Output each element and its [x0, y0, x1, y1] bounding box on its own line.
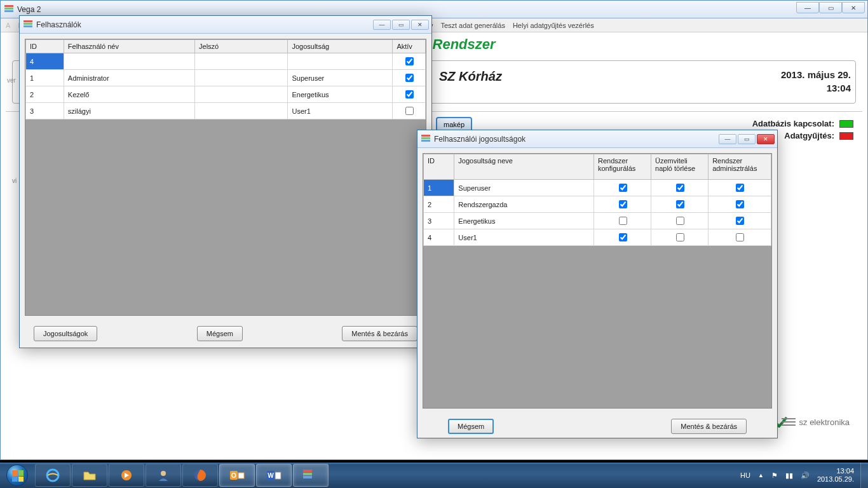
cell-pw[interactable]	[195, 103, 288, 119]
cell-pw[interactable]	[195, 86, 288, 103]
cell-name[interactable]: Administrator	[64, 70, 194, 86]
cell-active[interactable]	[393, 86, 426, 103]
maximize-button[interactable]: ▭	[819, 2, 842, 13]
active-checkbox[interactable]	[405, 90, 414, 98]
perm-checkbox[interactable]	[676, 233, 684, 241]
col-id[interactable]: ID	[26, 40, 64, 53]
taskbar-outlook[interactable]: O	[219, 464, 255, 487]
cell-active[interactable]	[393, 70, 426, 86]
cell-id[interactable]: 4	[26, 53, 64, 70]
cell-name[interactable]: Energetikus	[454, 213, 594, 229]
minimize-button[interactable]: —	[719, 134, 736, 144]
taskbar-ie[interactable]	[35, 464, 71, 487]
cell-id[interactable]: 2	[26, 86, 64, 103]
col-sysadmin[interactable]: Rendszer adminisztrálás	[709, 154, 771, 180]
col-id[interactable]: ID	[424, 154, 454, 180]
perm-checkbox[interactable]	[619, 217, 627, 225]
taskbar-explorer[interactable]	[72, 464, 107, 487]
tray-chevron-icon[interactable]: ▲	[758, 472, 764, 478]
cell-name[interactable]: Superuser	[454, 180, 594, 196]
menu-item[interactable]: A	[6, 22, 10, 29]
cell-id[interactable]: 3	[424, 213, 454, 229]
cell-name[interactable]: Kezelő	[64, 86, 194, 103]
perm-checkbox[interactable]	[619, 233, 627, 241]
col-sysconfig[interactable]: Rendszer konfigurálás	[594, 154, 651, 180]
table-row[interactable]: 2KezelőEnergetikus	[26, 86, 426, 103]
perm-checkbox[interactable]	[676, 184, 684, 192]
taskbar-app1[interactable]	[146, 464, 181, 487]
col-name[interactable]: Felhasználó név	[64, 40, 194, 53]
cell-id[interactable]: 4	[424, 229, 454, 246]
perm-checkbox[interactable]	[736, 184, 744, 192]
taskbar-word[interactable]: W	[256, 464, 292, 487]
menu-item-helyi[interactable]: Helyi adatgyűjtés vezérlés	[513, 22, 594, 29]
cell-name[interactable]	[64, 53, 194, 70]
perm-checkbox[interactable]	[736, 200, 744, 208]
active-checkbox[interactable]	[405, 74, 414, 82]
save-close-button[interactable]: Mentés & bezárás	[671, 419, 747, 434]
cell-pw[interactable]	[195, 70, 288, 86]
roles-titlebar[interactable]: Felhasználói jogosultságok — ▭ ✕	[417, 130, 777, 148]
cell-c3[interactable]	[709, 213, 771, 229]
cell-active[interactable]	[393, 53, 426, 70]
roles-button[interactable]: Jogosultságok	[34, 326, 97, 341]
table-row[interactable]: 4	[26, 53, 426, 70]
users-titlebar[interactable]: Felhasználók — ▭ ✕	[20, 16, 431, 34]
cell-name[interactable]: szilágyi	[64, 103, 194, 119]
taskbar-firefox[interactable]	[182, 464, 218, 487]
cell-pw[interactable]	[195, 53, 288, 70]
language-indicator[interactable]: HU	[740, 471, 750, 479]
active-checkbox[interactable]	[405, 107, 414, 115]
perm-checkbox[interactable]	[736, 233, 744, 241]
active-checkbox[interactable]	[405, 57, 414, 65]
cell-c2[interactable]	[651, 213, 709, 229]
col-active[interactable]: Aktív	[393, 40, 426, 53]
cancel-button[interactable]: Mégsem	[197, 326, 243, 341]
cell-c2[interactable]	[651, 229, 709, 246]
maximize-button[interactable]: ▭	[738, 134, 756, 144]
start-button[interactable]	[0, 463, 34, 488]
cell-c3[interactable]	[709, 229, 771, 246]
perm-checkbox[interactable]	[619, 200, 627, 208]
cell-id[interactable]: 1	[424, 180, 454, 196]
show-desktop-button[interactable]	[860, 463, 868, 488]
maximize-button[interactable]: ▭	[392, 20, 410, 30]
cell-active[interactable]	[393, 103, 426, 119]
perm-checkbox[interactable]	[676, 200, 684, 208]
tray-network-icon[interactable]: ▮▮	[785, 471, 793, 480]
tray-volume-icon[interactable]: 🔊	[801, 471, 810, 480]
cell-c1[interactable]	[594, 180, 651, 196]
table-row[interactable]: 4User1	[424, 229, 771, 246]
tray-clock[interactable]: 13:04 2013.05.29.	[817, 467, 854, 484]
table-row[interactable]: 1AdministratorSuperuser	[26, 70, 426, 86]
taskbar-mediaplayer[interactable]	[109, 464, 144, 487]
cancel-button[interactable]: Mégsem	[448, 419, 494, 434]
cell-role[interactable]: Energetikus	[288, 86, 393, 103]
table-row[interactable]: 3Energetikus	[424, 213, 771, 229]
minimize-button[interactable]: —	[373, 20, 391, 30]
cell-role[interactable]: Superuser	[288, 70, 393, 86]
table-row[interactable]: 3szilágyiUser1	[26, 103, 426, 119]
cell-id[interactable]: 1	[26, 70, 64, 86]
close-button[interactable]: ✕	[411, 20, 429, 30]
cell-role[interactable]	[288, 53, 393, 70]
cell-name[interactable]: User1	[454, 229, 594, 246]
perm-checkbox[interactable]	[736, 217, 744, 225]
minimize-button[interactable]: —	[796, 2, 819, 13]
cell-id[interactable]: 2	[424, 196, 454, 213]
close-button[interactable]: ✕	[757, 134, 775, 144]
roles-grid[interactable]: ID Jogosultság neve Rendszer konfigurálá…	[423, 154, 771, 246]
col-role[interactable]: Jogosultság	[288, 40, 393, 53]
cell-c1[interactable]	[594, 229, 651, 246]
col-name[interactable]: Jogosultság neve	[454, 154, 594, 180]
cell-c2[interactable]	[651, 196, 709, 213]
cell-name[interactable]: Rendszergazda	[454, 196, 594, 213]
cell-role[interactable]: User1	[288, 103, 393, 119]
cell-c1[interactable]	[594, 213, 651, 229]
col-pw[interactable]: Jelszó	[195, 40, 288, 53]
perm-checkbox[interactable]	[676, 217, 684, 225]
table-row[interactable]: 2Rendszergazda	[424, 196, 771, 213]
cell-c3[interactable]	[709, 196, 771, 213]
perm-checkbox[interactable]	[619, 184, 627, 192]
tray-action-center-icon[interactable]: ⚑	[771, 471, 778, 480]
